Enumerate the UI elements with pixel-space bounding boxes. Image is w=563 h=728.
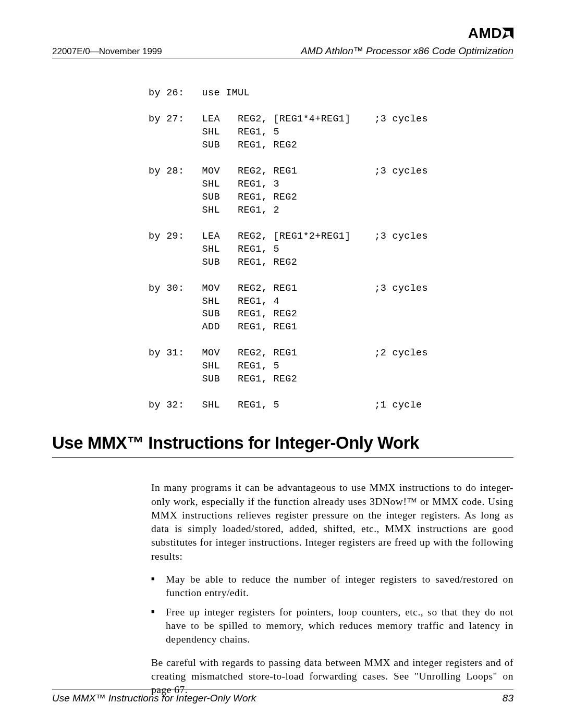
page-number: 83 xyxy=(503,693,513,704)
paragraph-1: In many programs it can be advantageous … xyxy=(151,481,513,563)
code-listing: by 26: use IMUL by 27: LEA REG2, [REG1*4… xyxy=(149,87,513,412)
section-heading: Use MMX™ Instructions for Integer-Only W… xyxy=(52,433,513,458)
bullet-list: May be able to reduce the number of inte… xyxy=(151,573,513,647)
doc-title: AMD Athlon™ Processor x86 Code Optimizat… xyxy=(301,45,513,57)
footer-title: Use MMX™ Instructions for Integer-Only W… xyxy=(52,693,256,704)
list-item: May be able to reduce the number of inte… xyxy=(151,573,513,600)
body-content: In many programs it can be advantageous … xyxy=(151,481,513,697)
page-header: 22007E/0—November 1999 AMD Athlon™ Proce… xyxy=(52,45,513,58)
page-footer: Use MMX™ Instructions for Integer-Only W… xyxy=(52,689,513,704)
list-item: Free up integer registers for pointers, … xyxy=(151,606,513,647)
logo-text: AMD xyxy=(468,25,502,41)
amd-logo: AMD xyxy=(468,25,513,42)
logo-arrow-icon xyxy=(502,26,513,43)
doc-number: 22007E/0—November 1999 xyxy=(52,46,162,57)
